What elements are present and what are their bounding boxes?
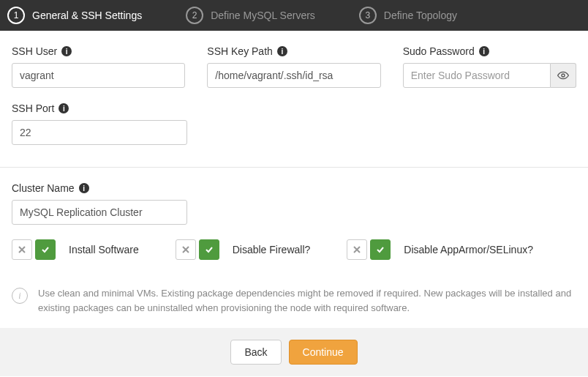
footer-bar: Back Continue	[0, 328, 588, 376]
ssh-port-label: SSH Port i	[12, 102, 187, 114]
disable-apparmor-on-button[interactable]	[370, 239, 391, 260]
info-outline-icon: i	[12, 288, 28, 304]
disable-firewall-on-button[interactable]	[199, 239, 219, 260]
info-icon[interactable]: i	[79, 183, 89, 193]
check-icon	[376, 245, 385, 254]
x-icon	[182, 246, 189, 253]
ssh-port-label-text: SSH Port	[12, 102, 54, 114]
info-icon[interactable]: i	[479, 46, 489, 56]
cluster-name-input[interactable]	[12, 200, 187, 225]
svg-point-0	[562, 74, 565, 77]
check-icon	[41, 245, 50, 254]
back-button[interactable]: Back	[230, 340, 281, 365]
info-icon[interactable]: i	[61, 46, 72, 56]
sudo-password-label: Sudo Password i	[403, 45, 576, 57]
install-software-on-button[interactable]	[35, 239, 56, 260]
step-2-label: Define MySQL Servers	[211, 10, 315, 21]
wizard-step-bar: 1 General & SSH Settings 2 Define MySQL …	[0, 0, 588, 31]
install-software-label: Install Software	[69, 244, 139, 255]
step-3[interactable]: 3 Define Topology	[359, 7, 457, 24]
disable-apparmor-toggle: Disable AppArmor/SELinux?	[347, 239, 533, 260]
ssh-key-path-label-text: SSH Key Path	[207, 45, 273, 57]
step-3-label: Define Topology	[384, 10, 457, 21]
section-divider	[0, 167, 588, 168]
ssh-user-label-text: SSH User	[12, 45, 57, 57]
disable-firewall-off-button[interactable]	[176, 239, 196, 260]
x-icon	[353, 246, 361, 253]
continue-button[interactable]: Continue	[289, 340, 358, 365]
check-icon	[205, 245, 214, 254]
cluster-name-label-text: Cluster Name	[12, 182, 75, 194]
disable-firewall-label: Disable Firewall?	[233, 244, 311, 255]
step-2[interactable]: 2 Define MySQL Servers	[186, 7, 315, 24]
step-1-label: General & SSH Settings	[32, 10, 142, 21]
install-software-toggle: Install Software	[12, 239, 139, 260]
form-area: SSH User i SSH Key Path i Sudo Password …	[0, 31, 588, 167]
sudo-password-input[interactable]	[403, 63, 551, 88]
ssh-user-input[interactable]	[12, 63, 185, 88]
eye-icon	[557, 70, 569, 81]
toggle-password-visibility-button[interactable]	[551, 63, 576, 88]
info-icon[interactable]: i	[59, 103, 69, 113]
cluster-section: Cluster Name i Install Software	[0, 182, 588, 282]
step-1[interactable]: 1 General & SSH Settings	[7, 7, 142, 24]
info-icon[interactable]: i	[277, 46, 287, 56]
disable-firewall-toggle: Disable Firewall?	[176, 239, 311, 260]
note-text: Use clean and minimal VMs. Existing pack…	[38, 286, 576, 315]
disable-apparmor-off-button[interactable]	[347, 239, 367, 260]
ssh-user-label: SSH User i	[12, 45, 185, 57]
x-icon	[18, 246, 26, 253]
cluster-name-label: Cluster Name i	[12, 182, 187, 194]
note-box: i Use clean and minimal VMs. Existing pa…	[0, 282, 588, 328]
install-software-off-button[interactable]	[12, 239, 32, 260]
step-3-number: 3	[359, 7, 377, 24]
step-1-number: 1	[7, 7, 25, 24]
ssh-key-path-label: SSH Key Path i	[207, 45, 380, 57]
ssh-port-input[interactable]	[12, 120, 187, 145]
sudo-password-label-text: Sudo Password	[403, 45, 475, 57]
disable-apparmor-label: Disable AppArmor/SELinux?	[404, 244, 533, 255]
step-2-number: 2	[186, 7, 203, 24]
ssh-key-path-input[interactable]	[207, 63, 380, 88]
